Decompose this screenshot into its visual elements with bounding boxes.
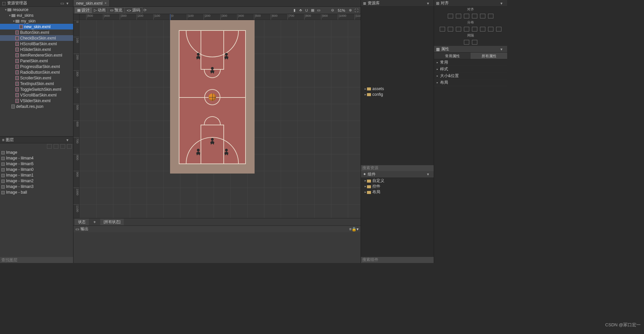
tree-item[interactable]: VScrollBarSkin.exml	[0, 92, 73, 98]
align-top[interactable]	[472, 14, 477, 18]
layer-item[interactable]: Image - lilman5	[0, 161, 73, 166]
player-image[interactable]	[194, 148, 202, 156]
tree-item[interactable]: default.res.json	[0, 104, 73, 109]
copy-icon[interactable]	[54, 144, 58, 149]
tree-item[interactable]: ProgressBarSkin.exml	[0, 64, 73, 69]
dist-right[interactable]	[456, 27, 461, 31]
resource-lib-tree[interactable]: assetsconfig	[361, 86, 434, 165]
dist-top[interactable]	[464, 27, 469, 31]
space-v[interactable]	[472, 40, 477, 45]
dist-vcenter[interactable]	[472, 27, 477, 31]
panel-dropdown-icon[interactable]: ▾	[427, 1, 432, 6]
tool-magnet-icon[interactable]: U	[304, 7, 310, 13]
output-clear-icon[interactable]: ≡	[349, 227, 352, 231]
view-preview[interactable]: ▭ 预览	[108, 7, 125, 13]
dist-v[interactable]	[496, 27, 501, 31]
layer-item[interactable]: Image - lilman3	[0, 184, 73, 189]
delete-icon[interactable]	[47, 144, 52, 149]
tool-select-icon[interactable]: ▮	[291, 7, 298, 13]
ball-image[interactable]	[209, 93, 216, 101]
tree-item[interactable]: CheckBoxSkin.exml	[0, 35, 73, 41]
tree-item[interactable]: eui_skins	[0, 12, 73, 18]
view-anim[interactable]: ▷ 动画	[92, 7, 108, 13]
svg-point-1	[225, 53, 228, 56]
align-left[interactable]	[448, 14, 453, 18]
layers-list[interactable]: ImageImage - lilman4Image - lilman5Image…	[0, 149, 73, 257]
tree-item[interactable]: my_skin	[0, 18, 73, 24]
dist-hcenter[interactable]	[448, 27, 453, 31]
resource-search[interactable]: 搜索资源	[361, 165, 434, 171]
align-right[interactable]	[464, 14, 469, 18]
layer-item[interactable]: Image - lilman1	[0, 172, 73, 178]
property-group[interactable]: ▸样式	[434, 66, 507, 73]
tool-grid-icon[interactable]: ▦	[310, 7, 316, 13]
ungroup-icon[interactable]	[67, 144, 72, 149]
tree-item[interactable]: 自定义	[361, 178, 434, 184]
group-icon[interactable]	[60, 144, 65, 149]
tree-item[interactable]: HSliderSkin.exml	[0, 47, 73, 52]
align-bottom[interactable]	[488, 14, 493, 18]
layer-item[interactable]: Image	[0, 149, 73, 155]
panel-dropdown-icon[interactable]: ▾	[500, 47, 505, 52]
align-hcenter[interactable]	[456, 14, 461, 18]
zoom-in-icon[interactable]: ⊕	[347, 7, 353, 13]
tree-item[interactable]: 布局	[361, 189, 434, 195]
tool-move-icon[interactable]: ⬘	[298, 7, 304, 13]
tab-common-props[interactable]: 常用属性	[434, 53, 471, 59]
layer-item[interactable]: Image - lilman2	[0, 178, 73, 184]
tree-item[interactable]: PanelSkin.exml	[0, 58, 73, 64]
tree-item[interactable]: assets	[361, 86, 434, 91]
tree-item[interactable]: 控件	[361, 184, 434, 189]
tree-item[interactable]: ItemRendererSkin.exml	[0, 52, 73, 58]
player-image[interactable]	[208, 137, 216, 145]
property-group[interactable]: ▸常用	[434, 59, 507, 66]
components-search[interactable]: 搜索组件	[361, 257, 434, 263]
panel-dropdown-icon[interactable]: ▾	[500, 1, 505, 6]
components-tree[interactable]: 自定义控件布局	[361, 178, 434, 257]
tree-item[interactable]: ToggleSwitchSkin.exml	[0, 86, 73, 92]
panel-dropdown-icon[interactable]: ▾	[427, 172, 432, 177]
tree-item[interactable]: new_skin.exml	[0, 24, 73, 29]
tree-item[interactable]: VSliderSkin.exml	[0, 98, 73, 104]
player-image[interactable]	[194, 52, 202, 60]
view-design[interactable]: ▦ 设计	[75, 7, 92, 13]
panel-dropdown-icon[interactable]: ▾	[66, 138, 71, 142]
player-image[interactable]	[222, 52, 230, 60]
dist-h[interactable]	[488, 27, 493, 31]
panel-dropdown-icon[interactable]: ▾	[66, 1, 71, 6]
dist-left[interactable]	[440, 27, 445, 31]
refresh-icon[interactable]: ⟳	[142, 7, 148, 13]
add-state-button[interactable]: +	[92, 219, 98, 224]
output-lock-icon[interactable]: 🔒	[352, 227, 357, 231]
canvas[interactable]: |500|400|300|200|100|0|100|200|300|400|5…	[73, 14, 361, 218]
tree-item[interactable]: HScrollBarSkin.exml	[0, 41, 73, 47]
tree-item[interactable]: ScrollerSkin.exml	[0, 75, 73, 81]
layer-item[interactable]: Image - lilman4	[0, 155, 73, 161]
tree-item[interactable]: config	[361, 91, 434, 97]
property-group[interactable]: ▸布局	[434, 79, 507, 86]
tree-item[interactable]: ButtonSkin.exml	[0, 29, 73, 35]
player-image[interactable]	[222, 148, 230, 156]
zoom-out-icon[interactable]: ⊖	[330, 7, 336, 13]
layer-item[interactable]: Image - lilman0	[0, 166, 73, 172]
align-vcenter[interactable]	[480, 14, 485, 18]
layer-item[interactable]: Image - ball	[0, 189, 73, 195]
output-dropdown-icon[interactable]: ▾	[357, 227, 359, 231]
panel-menu-icon[interactable]: ▭	[60, 1, 65, 6]
resource-tree[interactable]: resourceeui_skinsmy_skinnew_skin.exmlBut…	[0, 7, 73, 136]
view-source[interactable]: <> 源码	[124, 7, 143, 13]
tree-item[interactable]: resource	[0, 7, 73, 12]
property-group[interactable]: ▸大小&位置	[434, 73, 507, 79]
space-h[interactable]	[464, 40, 469, 45]
tree-item[interactable]: TextInputSkin.exml	[0, 81, 73, 86]
tree-item[interactable]: RadioButtonSkin.exml	[0, 69, 73, 75]
all-states-tab[interactable]: [所有状态]	[100, 219, 124, 225]
close-icon[interactable]: ×	[105, 1, 107, 5]
tab-all-props[interactable]: 所有属性	[471, 53, 507, 59]
layer-search[interactable]: 查找图层	[0, 257, 73, 263]
player-image[interactable]	[208, 66, 216, 74]
file-tab[interactable]: new_skin.exml ×	[73, 0, 110, 6]
tool-ruler-icon[interactable]: ▭	[316, 7, 322, 13]
dist-bottom[interactable]	[480, 27, 485, 31]
zoom-fit-icon[interactable]: ⛶	[353, 7, 359, 13]
